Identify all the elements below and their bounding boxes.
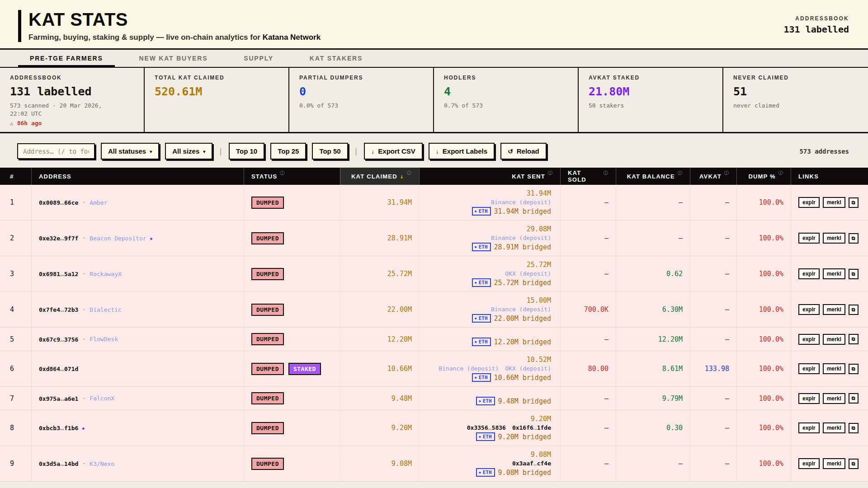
col-header-sold[interactable]: KAT SOLDⓘ <box>560 168 616 185</box>
kat-sold-value: — <box>560 410 616 446</box>
copy-address-button[interactable]: ⧉ <box>849 423 859 433</box>
explorer-link-button[interactable]: explr <box>798 233 820 244</box>
copy-address-button[interactable]: ⧉ <box>849 364 859 374</box>
explorer-link-button[interactable]: explr <box>798 334 820 345</box>
col-header-address[interactable]: ADDRESS <box>31 168 244 185</box>
links-cell: explrmerkl⧉ <box>791 328 868 351</box>
explorer-link-button[interactable]: explr <box>798 458 820 469</box>
export-csv-button[interactable]: ↓Export CSV <box>364 143 423 160</box>
col-header-dump[interactable]: DUMP %ⓘ <box>736 168 791 185</box>
copy-address-button[interactable]: ⧉ <box>849 233 859 244</box>
col-header-links[interactable]: LINKS <box>791 168 868 185</box>
copy-address-button[interactable]: ⧉ <box>849 269 859 279</box>
eth-chip-label: ETH <box>479 339 488 345</box>
dump-percent-value: 100.0% <box>736 292 791 327</box>
address-link[interactable]: 0x975a…a6e1 <box>39 394 78 403</box>
filter-dropdown-all-statuses[interactable]: All statuses▾ <box>101 143 159 160</box>
merkl-link-button[interactable]: merkl <box>823 393 845 404</box>
copy-address-button[interactable]: ⧉ <box>849 197 859 208</box>
stat-card-label: PARTIAL DUMPERS <box>299 75 425 81</box>
top-filter-button-top-25[interactable]: Top 25 <box>270 143 306 160</box>
col-header-label: KAT BALANCE <box>627 173 675 180</box>
kat-sent-via: Binance (deposit) <box>491 235 551 241</box>
kat-claimed-value: 10.66M <box>340 351 419 386</box>
merkl-link-button[interactable]: merkl <box>823 233 845 244</box>
address-link[interactable]: 0x3d5a…14bd <box>39 460 78 468</box>
intermediary-address[interactable]: 0x3356…5836 <box>467 424 506 431</box>
col-header-num[interactable]: # <box>0 168 31 185</box>
merkl-link-button[interactable]: merkl <box>823 363 845 374</box>
top-filter-button-top-50[interactable]: Top 50 <box>312 143 348 160</box>
explorer-link-button[interactable]: explr <box>798 363 820 374</box>
merkl-link-button[interactable]: merkl <box>823 268 845 279</box>
bridged-amount: 22.00M bridged <box>494 314 551 323</box>
kat-sent-cell: ◆ETH9.48M bridged <box>419 387 560 410</box>
kat-claimed-value: 9.20M <box>340 410 419 446</box>
copy-address-button[interactable]: ⧉ <box>849 459 859 469</box>
address-link[interactable]: 0x67c9…3756 <box>39 335 78 343</box>
kat-balance-value: 9.79M <box>616 387 690 410</box>
copy-address-button[interactable]: ⧉ <box>849 334 859 344</box>
address-link[interactable]: 0xe32e…9f7f <box>39 234 78 242</box>
intermediary-address[interactable]: 0x16f6…1fde <box>512 424 551 431</box>
table-row: 60xd864…071dDUMPEDSTAKED10.66M10.52MBina… <box>0 351 868 387</box>
col-header-label: LINKS <box>798 173 819 180</box>
kat-balance-value: 0.62 <box>616 256 690 291</box>
action-button-label: Export Labels <box>443 147 487 155</box>
col-header-avkat[interactable]: AVKATⓘ <box>690 168 736 185</box>
col-header-label: DUMP % <box>748 173 775 180</box>
address-link[interactable]: 0xbcb3…f1b6 <box>39 424 78 432</box>
address-prefix: 0x975a <box>39 395 60 402</box>
col-header-label: STATUS <box>251 173 277 180</box>
address-label-dot: · <box>82 394 86 403</box>
col-header-status[interactable]: STATUSⓘ <box>244 168 340 185</box>
col-header-claimed[interactable]: KAT CLAIMED↓ⓘ <box>340 168 419 185</box>
address-link[interactable]: 0x0089…66ce <box>39 198 78 206</box>
explorer-link-button[interactable]: explr <box>798 422 820 433</box>
explorer-link-button[interactable]: explr <box>798 197 820 208</box>
kat-sent-cell: 10.52MBinance (deposit)OKX (deposit)◆ETH… <box>419 351 560 386</box>
avkat-value: — <box>690 185 736 220</box>
col-header-balance[interactable]: KAT BALANCEⓘ <box>616 168 690 185</box>
tab-new-kat-buyers[interactable]: NEW KAT BUYERS <box>127 50 220 67</box>
links-cell: explrmerkl⧉ <box>791 446 868 481</box>
export-labels-button[interactable]: ↓Export Labels <box>429 143 495 160</box>
kat-claimed-value: 12.20M <box>340 328 419 351</box>
address-link[interactable]: 0x7fe4…72b3 <box>39 305 78 314</box>
address-owner-label: RockawayX <box>90 271 121 277</box>
eth-chain-chip: ◆ETH <box>476 468 495 477</box>
filter-dropdown-all-sizes[interactable]: All sizes▾ <box>165 143 212 160</box>
address-link[interactable]: 0xd864…071d <box>39 365 78 373</box>
tab-kat-stakers[interactable]: KAT STAKERS <box>298 50 374 67</box>
merkl-link-button[interactable]: merkl <box>823 422 845 433</box>
copy-address-button[interactable]: ⧉ <box>849 305 859 315</box>
reload-button[interactable]: ↺Reload <box>500 143 547 160</box>
address-link[interactable]: 0x6981…5a12 <box>39 270 78 278</box>
copy-address-button[interactable]: ⧉ <box>849 393 859 404</box>
search-input[interactable] <box>17 143 95 159</box>
toolbar: All statuses▾All sizes▾|Top 10Top 25Top … <box>0 133 868 168</box>
links-cell: explrmerkl⧉ <box>791 292 868 327</box>
merkl-link-button[interactable]: merkl <box>823 334 845 345</box>
intermediary-address[interactable]: 0x3aaf…cf4e <box>512 460 551 467</box>
eth-chain-chip: ◆ETH <box>472 278 491 287</box>
dump-percent-value: 100.0% <box>736 387 791 410</box>
merkl-link-button[interactable]: merkl <box>823 304 845 315</box>
explorer-link-button[interactable]: explr <box>798 393 820 404</box>
row-number: 1 <box>0 185 31 220</box>
table-row: 50x67c9…3756·FlowDeskDUMPED12.20M◆ETH12.… <box>0 328 868 351</box>
status-cell: DUMPED <box>244 410 340 446</box>
merkl-link-button[interactable]: merkl <box>823 458 845 469</box>
address-label-dot: · <box>82 305 86 314</box>
tab-pre-tge-farmers[interactable]: PRE-TGE FARMERS <box>18 50 115 67</box>
kat-sent-via: 0x3356…58360x16f6…1fde <box>467 424 551 431</box>
col-header-sent[interactable]: KAT SENTⓘ <box>419 168 560 185</box>
eth-chip-label: ETH <box>479 375 488 380</box>
explorer-link-button[interactable]: explr <box>798 304 820 315</box>
top-filter-button-top-10[interactable]: Top 10 <box>229 143 264 160</box>
merkl-link-button[interactable]: merkl <box>823 197 845 208</box>
tab-supply[interactable]: SUPPLY <box>232 50 285 67</box>
explorer-link-button[interactable]: explr <box>798 268 820 279</box>
status-badge-dumped: DUMPED <box>251 304 284 316</box>
kat-sent-cell: 31.94MBinance (deposit)◆ETH31.94M bridge… <box>419 185 560 220</box>
